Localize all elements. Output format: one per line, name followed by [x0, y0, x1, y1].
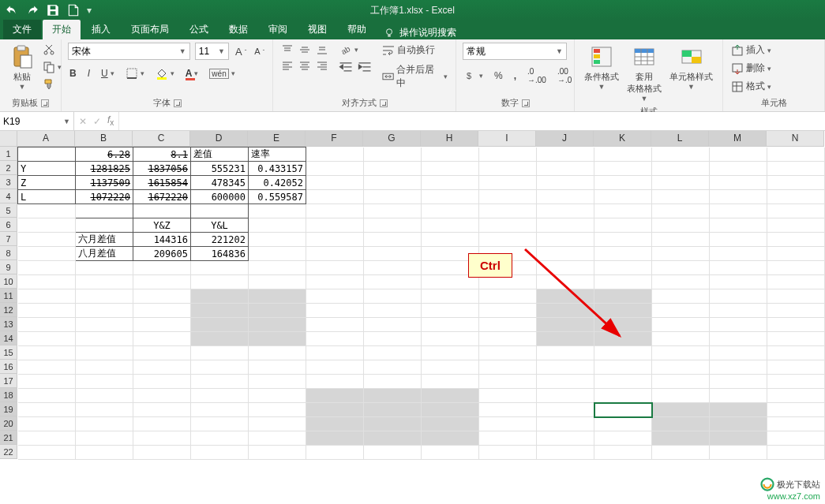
bold-button[interactable]: B [68, 67, 78, 80]
cell-M19[interactable] [710, 403, 767, 417]
cell-J17[interactable] [537, 375, 594, 389]
tab-home[interactable]: 开始 [43, 20, 81, 39]
align-right-button[interactable] [314, 58, 330, 73]
border-button[interactable]: ▾ [124, 66, 146, 80]
cell-N14[interactable] [767, 332, 825, 346]
cell-C19[interactable] [133, 403, 191, 417]
cell-C4[interactable]: 1672220 [133, 190, 191, 204]
cell-N12[interactable] [767, 304, 825, 318]
col-header-F[interactable]: F [306, 131, 363, 147]
cell-G15[interactable] [364, 346, 422, 360]
cell-M12[interactable] [710, 304, 767, 318]
tab-file[interactable]: 文件 [3, 20, 41, 39]
cell-A17[interactable] [18, 375, 76, 389]
conditional-format-button[interactable]: 条件格式▼ [581, 43, 622, 104]
cell-N19[interactable] [767, 403, 825, 417]
col-header-E[interactable]: E [248, 131, 306, 147]
cell-I4[interactable] [479, 190, 537, 204]
cell-D13[interactable] [191, 318, 249, 332]
cell-G11[interactable] [364, 289, 422, 304]
cell-E16[interactable] [249, 360, 306, 375]
fx-button[interactable]: fx [107, 114, 114, 127]
cell-G4[interactable] [364, 190, 422, 204]
cell-A4[interactable]: L [18, 190, 76, 204]
cell-B8[interactable]: 八月差值 [76, 247, 133, 261]
cell-K2[interactable] [594, 162, 652, 176]
row-header-5[interactable]: 5 [0, 203, 17, 218]
cell-D18[interactable] [191, 389, 249, 403]
cell-N5[interactable] [767, 204, 825, 218]
cell-M7[interactable] [710, 233, 767, 247]
cell-E5[interactable] [249, 204, 306, 218]
cell-C18[interactable] [133, 389, 191, 403]
cell-L22[interactable] [652, 446, 710, 460]
cell-C10[interactable] [133, 275, 191, 289]
tab-help[interactable]: 帮助 [338, 20, 376, 39]
cell-C20[interactable] [133, 417, 191, 431]
cell-M3[interactable] [710, 176, 767, 190]
cell-M11[interactable] [710, 289, 767, 304]
cell-G5[interactable] [364, 204, 422, 218]
cell-B3[interactable]: 1137509 [76, 176, 133, 190]
select-all-corner[interactable] [0, 131, 17, 147]
cell-L5[interactable] [652, 204, 710, 218]
qat-more[interactable]: ▾ [87, 5, 92, 16]
cell-A10[interactable] [18, 275, 76, 289]
cell-I20[interactable] [479, 417, 537, 431]
cell-B1[interactable]: 6.28 [76, 147, 133, 162]
cell-I17[interactable] [479, 375, 537, 389]
cell-I19[interactable] [479, 403, 537, 417]
cell-F19[interactable] [306, 403, 364, 417]
font-name-combo[interactable]: 宋体▼ [68, 43, 190, 60]
cell-B6[interactable] [76, 218, 133, 233]
cell-H17[interactable] [422, 375, 479, 389]
cell-F18[interactable] [306, 389, 364, 403]
cell-E18[interactable] [249, 389, 306, 403]
cell-L18[interactable] [652, 389, 710, 403]
row-headers[interactable]: 12345678910111213141516171819202122 [0, 147, 17, 459]
cell-A5[interactable] [18, 204, 76, 218]
decrease-decimal-button[interactable]: .00→.0 [556, 66, 573, 85]
cell-E10[interactable] [249, 275, 306, 289]
cell-N8[interactable] [767, 247, 825, 261]
cell-C17[interactable] [133, 375, 191, 389]
cell-C2[interactable]: 1837056 [133, 162, 191, 176]
merge-center-button[interactable]: 合并后居中 ▾ [381, 62, 449, 91]
cell-B16[interactable] [76, 360, 133, 375]
tab-formulas[interactable]: 公式 [180, 20, 218, 39]
cell-I21[interactable] [479, 431, 537, 446]
cell-A9[interactable] [18, 261, 76, 275]
row-header-2[interactable]: 2 [0, 161, 17, 175]
cell-E14[interactable] [249, 332, 306, 346]
cell-N4[interactable] [767, 190, 825, 204]
table-format-button[interactable]: 套用 表格格式▼ [624, 43, 665, 104]
cell-F4[interactable] [306, 190, 364, 204]
cell-I2[interactable] [479, 162, 537, 176]
row-header-21[interactable]: 21 [0, 431, 17, 445]
cell-H6[interactable] [422, 218, 479, 233]
cell-F17[interactable] [306, 375, 364, 389]
tab-view[interactable]: 视图 [298, 20, 336, 39]
cell-B9[interactable] [76, 261, 133, 275]
cell-F12[interactable] [306, 304, 364, 318]
format-painter-button[interactable] [41, 77, 63, 91]
cell-C7[interactable]: 144316 [133, 233, 191, 247]
cell-B7[interactable]: 六月差值 [76, 233, 133, 247]
row-header-11[interactable]: 11 [0, 289, 17, 303]
cell-A3[interactable]: Z [18, 176, 76, 190]
cell-K19[interactable] [594, 403, 652, 417]
cell-A16[interactable] [18, 360, 76, 375]
cell-M21[interactable] [710, 431, 767, 446]
number-launcher[interactable] [522, 99, 530, 107]
cell-F8[interactable] [306, 247, 364, 261]
cell-G12[interactable] [364, 304, 422, 318]
cell-F9[interactable] [306, 261, 364, 275]
cell-G3[interactable] [364, 176, 422, 190]
italic-button[interactable]: I [86, 67, 92, 80]
cell-I3[interactable] [479, 176, 537, 190]
cell-E13[interactable] [249, 318, 306, 332]
tab-page-layout[interactable]: 页面布局 [122, 20, 178, 39]
cell-F22[interactable] [306, 446, 364, 460]
cell-A21[interactable] [18, 431, 76, 446]
cell-N6[interactable] [767, 218, 825, 233]
